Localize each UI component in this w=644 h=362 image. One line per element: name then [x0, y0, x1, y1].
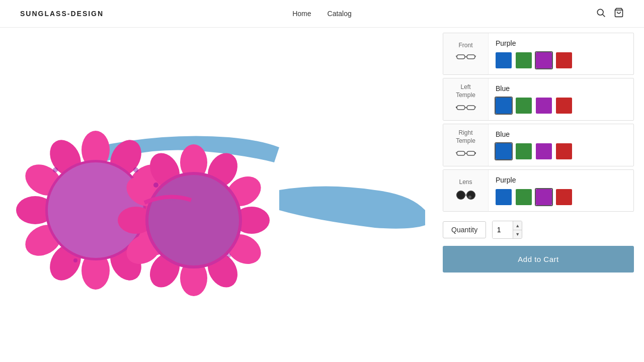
swatch-lens-red[interactable] [556, 189, 572, 205]
lens-swatches [496, 189, 626, 205]
product-image [13, 54, 425, 336]
swatch-lens-purple[interactable] [536, 189, 552, 205]
section-left-temple-label: LeftTemple [456, 83, 475, 99]
swatch-front-purple[interactable] [536, 52, 552, 68]
main-content: Front Purple [0, 28, 644, 362]
svg-point-35 [227, 253, 231, 257]
svg-point-17 [53, 167, 58, 172]
quantity-decrement[interactable]: ▼ [513, 230, 522, 239]
svg-point-0 [597, 9, 603, 15]
swatch-rt-green[interactable] [516, 143, 532, 159]
front-selected-color: Purple [496, 39, 626, 47]
main-nav: Home Catalog [292, 10, 352, 18]
swatch-front-blue[interactable] [496, 52, 512, 68]
lens-selected-color: Purple [496, 176, 626, 184]
swatch-front-green[interactable] [516, 52, 532, 68]
swatch-lt-green[interactable] [516, 98, 532, 114]
product-image-area [0, 28, 438, 362]
right-temple-icon [456, 148, 476, 161]
section-left-temple: LeftTemple Blue [443, 78, 634, 121]
section-right-temple: RightTemple Blue [443, 124, 634, 166]
svg-point-46 [457, 192, 464, 199]
right-temple-swatches [496, 143, 626, 159]
svg-line-1 [603, 14, 605, 17]
left-temple-icon [456, 102, 476, 115]
right-temple-selected-color: Blue [496, 130, 626, 138]
site-logo: SUNGLASS-DESIGN [20, 10, 104, 18]
svg-point-34 [153, 183, 158, 188]
quantity-spinners: ▲ ▼ [513, 221, 522, 238]
section-lens: Lens Purple [443, 169, 634, 212]
left-temple-selected-color: Blue [496, 84, 626, 93]
cart-icon[interactable] [614, 8, 624, 20]
search-icon[interactable] [596, 8, 606, 20]
swatch-rt-red[interactable] [556, 143, 572, 159]
quantity-input[interactable] [493, 221, 513, 238]
svg-point-19 [73, 258, 77, 262]
header-icons [596, 8, 624, 20]
section-front-label: Front [458, 42, 472, 50]
svg-point-18 [133, 167, 138, 172]
front-glasses-icon [456, 53, 476, 66]
nav-catalog[interactable]: Catalog [328, 10, 352, 18]
left-temple-swatches [496, 98, 626, 114]
section-front: Front Purple [443, 33, 634, 75]
section-right-temple-label: RightTemple [456, 129, 475, 145]
svg-point-50 [468, 196, 471, 199]
lens-icon [456, 189, 476, 203]
add-to-cart-button[interactable]: Add to Cart [443, 246, 634, 273]
svg-point-33 [148, 175, 239, 265]
section-lens-label: Lens [459, 178, 472, 187]
header: SUNGLASS-DESIGN Home Catalog [0, 0, 644, 28]
swatch-lt-purple[interactable] [536, 98, 552, 114]
swatch-lt-red[interactable] [556, 98, 572, 114]
swatch-lens-green[interactable] [516, 189, 532, 205]
swatch-front-red[interactable] [556, 52, 572, 68]
swatch-lt-blue[interactable] [496, 98, 512, 114]
quantity-increment[interactable]: ▲ [513, 221, 522, 230]
swatch-rt-blue[interactable] [496, 143, 512, 159]
right-panel: Front Purple [438, 28, 644, 362]
quantity-label: Quantity [443, 221, 486, 238]
front-swatches [496, 52, 626, 68]
nav-home[interactable]: Home [292, 10, 311, 18]
quantity-input-wrapper: ▲ ▼ [492, 221, 522, 239]
swatch-lens-blue[interactable] [496, 189, 512, 205]
swatch-rt-purple[interactable] [536, 143, 552, 159]
quantity-row: Quantity ▲ ▼ [443, 218, 634, 242]
